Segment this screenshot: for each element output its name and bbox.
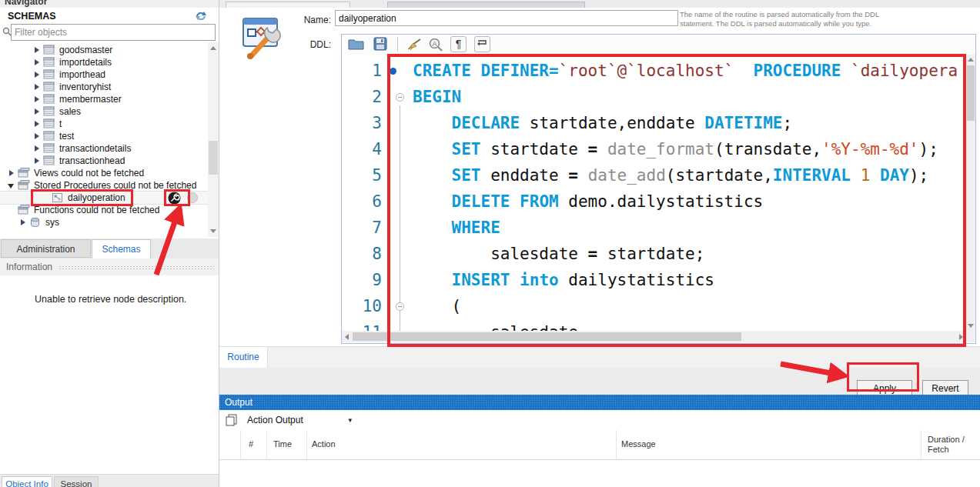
expand-arrow-icon[interactable] (7, 169, 16, 177)
code-area[interactable]: 1CREATE DEFINER=`root`@`localhost` PROCE… (342, 55, 965, 331)
code-line-3: DECLARE startdate,enddate DATETIME; (413, 110, 792, 136)
sidebar-item-views-could-not-be-fetched[interactable]: Views could not be fetched (0, 167, 208, 179)
expand-arrow-icon[interactable] (32, 120, 42, 128)
tab-object-info[interactable]: Object Info (2, 476, 52, 487)
toolbar-separator (397, 37, 398, 52)
sidebar-item-sales[interactable]: sales (0, 105, 208, 118)
open-file-icon[interactable] (348, 37, 365, 51)
output-panel-header: Output (219, 395, 980, 410)
hscrollbar-thumb[interactable] (353, 332, 741, 341)
ddl-code-editor[interactable]: A ¶ 1CREATE DEFINER=`root`@`localhost` P… (341, 34, 976, 344)
expand-arrow-icon[interactable] (32, 95, 42, 103)
expand-arrow-icon[interactable] (32, 83, 42, 91)
sidebar-item-inventoryhist[interactable]: inventoryhist (0, 81, 208, 93)
word-wrap-icon[interactable] (474, 36, 490, 52)
beautify-icon[interactable] (405, 37, 423, 52)
output-stack-icon[interactable] (226, 414, 238, 426)
sidebar-item-membermaster[interactable]: membermaster (0, 93, 208, 105)
routine-help-text: The name of the routine is parsed automa… (680, 10, 903, 28)
scroll-up-icon[interactable] (210, 46, 216, 50)
output-column-header: Time (273, 439, 292, 449)
expand-arrow-icon[interactable] (32, 108, 42, 115)
filter-objects-input[interactable] (11, 24, 216, 41)
editor-horizontal-scrollbar[interactable] (342, 331, 966, 342)
code-line-11: salesdate (413, 319, 578, 331)
line-number: 8 (342, 241, 382, 267)
scroll-right-icon[interactable] (959, 334, 963, 340)
table-icon (43, 118, 55, 130)
refresh-icon[interactable] (194, 10, 208, 22)
tree-item-label: t (59, 118, 62, 129)
expand-arrow-icon[interactable] (32, 145, 42, 152)
sidebar-bottom-tabbar: Object Info Session (0, 474, 219, 487)
output-table-header: #TimeActionMessageDuration / Fetch (219, 430, 980, 460)
sidebar-item-importdetails[interactable]: importdetails (0, 56, 208, 68)
header-dots-decoration (59, 265, 214, 270)
scroll-left-icon[interactable] (345, 334, 349, 340)
chevron-down-icon: ▾ (348, 412, 352, 428)
sidebar-item-test[interactable]: test (0, 130, 208, 142)
table-icon (43, 155, 55, 167)
table-icon (43, 93, 55, 105)
save-icon[interactable] (373, 37, 388, 52)
expand-arrow-icon[interactable] (32, 71, 42, 78)
output-view-select[interactable]: Action Output ▾ (242, 412, 358, 428)
code-line-8: salesdate = startdate; (413, 241, 704, 267)
scroll-down-icon[interactable] (968, 324, 974, 328)
editor-vertical-scrollbar[interactable] (966, 55, 975, 331)
line-number: 5 (342, 162, 382, 188)
expand-arrow-icon[interactable] (32, 132, 42, 140)
collapse-arrow-icon[interactable] (7, 182, 16, 189)
table-icon (43, 142, 55, 155)
apply-revert-bar: Apply Revert (219, 368, 980, 395)
statement-marker-icon (390, 68, 396, 75)
tab-routine[interactable]: Routine (219, 347, 268, 369)
expand-arrow-icon[interactable] (32, 58, 42, 66)
line-number: 11 (342, 319, 382, 331)
scroll-down-icon[interactable] (210, 229, 216, 233)
code-line-2: BEGIN (413, 84, 461, 110)
tree-item-label: Functions could not be fetched (34, 205, 159, 215)
sidebar-item-transactiondetails[interactable]: transactiondetails (0, 142, 208, 155)
sidebar-item-goodsmaster[interactable]: goodsmaster (0, 44, 208, 56)
object-folder-icon (18, 179, 30, 192)
code-line-5: SET enddate = date_add(startdate,INTERVA… (413, 162, 928, 188)
navigator-label: Navigator (5, 0, 47, 7)
output-column-header: Message (621, 439, 656, 449)
table-icon (43, 44, 55, 56)
schemas-title: SCHEMAS (8, 11, 56, 22)
find-icon[interactable]: A (428, 37, 444, 53)
tree-item-label: test (59, 131, 74, 142)
sidebar-item-t[interactable]: t (0, 118, 208, 130)
expand-arrow-icon[interactable] (18, 218, 28, 226)
tab-schemas[interactable]: Schemas (92, 239, 151, 259)
tree-scrollbar[interactable] (208, 42, 219, 237)
tab-administration[interactable]: Administration (1, 239, 91, 258)
sidebar-item-importhead[interactable]: importhead (0, 68, 208, 81)
show-invisibles-icon[interactable]: ¶ (450, 36, 467, 52)
code-line-6: DELETE FROM demo.dailystatistics (413, 188, 763, 215)
tree-scrollbar-thumb[interactable] (209, 141, 218, 175)
sidebar-item-sys[interactable]: sys (0, 216, 208, 228)
routine-name-input[interactable] (335, 10, 678, 26)
tree-item-label: sales (59, 106, 81, 117)
mysql-workbench-window: Navigator SCHEMAS goodsmaster importdeta… (0, 0, 980, 487)
object-folder-icon (18, 167, 30, 179)
schema-database-icon (29, 216, 42, 228)
sidebar-item-stored-procedures-could-not-be-fetched[interactable]: Stored Procedures could not be fetched (0, 179, 208, 192)
edit-routine-wrench-icon[interactable] (168, 192, 182, 205)
sidebar-item-transactionhead[interactable]: transactionhead (0, 155, 208, 167)
expand-arrow-icon[interactable] (32, 46, 42, 54)
tree-item-label: Stored Procedures could not be fetched (34, 180, 196, 191)
scroll-up-icon[interactable] (968, 58, 974, 62)
schemas-header-row: SCHEMAS (0, 8, 219, 25)
view-routine-icon[interactable] (187, 192, 198, 203)
tree-indent-spacer (7, 206, 16, 214)
code-fold-marker-icon[interactable] (396, 302, 404, 311)
sidebar-item-functions-could-not-be-fetched[interactable]: Functions could not be fetched (0, 204, 208, 216)
vscrollbar-thumb[interactable] (967, 65, 975, 121)
expand-arrow-icon[interactable] (32, 157, 42, 165)
tab-session[interactable]: Session (54, 476, 99, 487)
code-fold-marker-icon[interactable] (396, 93, 404, 102)
sidebar-tabbar: Administration Schemas (0, 238, 219, 259)
